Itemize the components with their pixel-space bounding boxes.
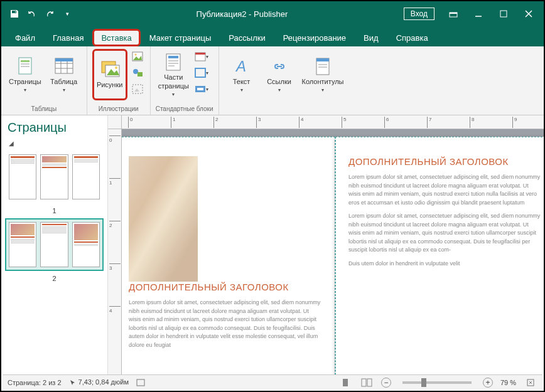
ruler-vertical[interactable]: 01234 — [108, 129, 122, 374]
text-button[interactable]: A Текст ▾ — [224, 49, 259, 100]
pages-button[interactable]: Страницы ▾ — [6, 49, 44, 100]
body-text: Lorem ipsum dolor sit amet, consectetuer… — [348, 212, 542, 255]
svg-point-17 — [115, 66, 117, 69]
page-spread: ДОПОЛНИТЕЛЬНЫЙ ЗАГОЛОВОК Lorem ipsum dol… — [122, 137, 544, 374]
page-parts-label: Части страницы — [158, 73, 189, 90]
table-button[interactable]: Таблица ▾ — [46, 49, 82, 100]
tab-home[interactable]: Главная — [44, 29, 92, 46]
heading-right-1: ДОПОЛНИТЕЛЬНЫЙ ЗАГОЛОВОК — [348, 156, 542, 167]
svg-text:A: A — [235, 58, 246, 75]
svg-rect-13 — [55, 58, 73, 61]
pictures-button[interactable]: Рисунки — [92, 49, 127, 100]
group-illustrations-label: Иллюстрации — [92, 104, 145, 114]
svg-rect-44 — [367, 379, 372, 386]
group-pages: Страницы ▾ Таблица ▾ Таблицы — [1, 46, 87, 115]
svg-point-19 — [134, 54, 136, 56]
maximize-button[interactable] — [492, 5, 515, 23]
ribbon-display-button[interactable] — [442, 5, 465, 23]
thumb-2-label: 2 — [5, 275, 104, 282]
ribbon: Страницы ▾ Таблица ▾ Таблицы Рисунки — [1, 46, 544, 115]
view-spread-button[interactable] — [360, 377, 374, 388]
qat-customize-button[interactable]: ▾ — [60, 7, 74, 21]
tab-help[interactable]: Справка — [387, 29, 437, 46]
svg-rect-41 — [137, 379, 144, 386]
heading-left: ДОПОЛНИТЕЛЬНЫЙ ЗАГОЛОВОК — [129, 282, 322, 292]
close-button[interactable] — [517, 5, 540, 23]
zoom-in-button[interactable]: + — [483, 378, 493, 388]
page-icon — [15, 56, 35, 77]
svg-point-21 — [133, 69, 138, 74]
zoom-fit-button[interactable] — [524, 377, 537, 388]
zoom-slider[interactable] — [402, 381, 472, 384]
pages-label: Страницы — [9, 78, 41, 86]
tab-file[interactable]: Файл — [6, 29, 44, 46]
tab-view[interactable]: Вид — [355, 29, 387, 46]
canvas[interactable]: ДОПОЛНИТЕЛЬНЫЙ ЗАГОЛОВОК Lorem ipsum dol… — [122, 129, 544, 374]
text-icon: A — [232, 56, 252, 77]
signin-button[interactable]: Вход — [404, 8, 434, 20]
group-blocks: Части страницы ▾ ▾ ▾ ▾ Стандартные блоки — [151, 46, 219, 115]
tab-insert[interactable]: Вставка — [92, 29, 140, 46]
svg-rect-40 — [318, 66, 327, 68]
quick-access-toolbar: ▾ — [1, 7, 80, 21]
collapse-arrow-icon[interactable]: ◢ — [5, 140, 104, 147]
pictures-label: Рисунки — [97, 81, 123, 89]
minimize-button[interactable] — [467, 5, 490, 23]
body-text: Lorem ipsum dolor sit amet, consectetuer… — [129, 299, 322, 349]
shapes-button[interactable] — [130, 65, 145, 80]
svg-rect-5 — [21, 60, 30, 62]
svg-rect-3 — [500, 11, 507, 17]
svg-rect-31 — [195, 53, 205, 55]
links-button[interactable]: Ссылки ▾ — [262, 49, 297, 100]
save-button[interactable] — [8, 7, 21, 21]
tab-layout[interactable]: Макет страницы — [141, 29, 220, 46]
links-icon — [269, 56, 289, 77]
svg-rect-26 — [168, 56, 178, 58]
thumb-1-label: 1 — [5, 207, 104, 215]
ruler-horizontal[interactable]: 0123456789 — [122, 115, 544, 129]
undo-button[interactable] — [25, 7, 39, 21]
advertisements-button[interactable]: ▾ — [194, 82, 209, 97]
statusbar: Страница: 2 из 2 7,43; 0,84 дюйм − + 79 … — [3, 374, 542, 389]
links-label: Ссылки — [267, 78, 291, 86]
svg-rect-7 — [21, 66, 30, 67]
cursor-position: 7,43; 0,84 дюйм — [69, 378, 129, 386]
group-illustrations: Рисунки Иллюстрации — [87, 46, 151, 115]
view-single-button[interactable] — [338, 377, 352, 388]
page-parts-icon — [163, 52, 183, 72]
tab-mailings[interactable]: Рассылки — [220, 29, 274, 46]
page-left[interactable]: ДОПОЛНИТЕЛЬНЫЙ ЗАГОЛОВОК Lorem ipsum dol… — [122, 137, 335, 374]
svg-rect-34 — [197, 88, 203, 90]
header-footer-button[interactable]: Колонтитулы ▾ — [299, 49, 347, 100]
svg-rect-6 — [21, 63, 30, 65]
svg-rect-28 — [168, 63, 178, 64]
zoom-out-button[interactable]: − — [381, 378, 391, 388]
svg-rect-32 — [195, 68, 205, 77]
redo-button[interactable] — [43, 7, 57, 21]
svg-rect-43 — [362, 379, 366, 386]
svg-rect-39 — [318, 64, 327, 65]
calendars-button[interactable]: ▾ — [194, 49, 209, 64]
page-parts-button[interactable]: Части страницы ▾ — [156, 49, 192, 100]
page-indicator[interactable]: Страница: 2 из 2 — [8, 379, 62, 386]
body-text: Lorem ipsum dolor sit amet, consectetuer… — [348, 173, 542, 207]
object-size-icon — [136, 379, 145, 386]
page-right[interactable]: ДОПОЛНИТЕЛЬНЫЙ ЗАГОЛОВОК Lorem ipsum dol… — [335, 137, 544, 374]
canvas-area: 0123456789 01234 ДОПОЛНИТЕЛЬНЫЙ ЗАГОЛОВО… — [108, 115, 544, 374]
header-footer-icon — [313, 56, 333, 77]
page-thumb-1[interactable] — [5, 151, 104, 203]
titlebar: ▾ Публикация2 - Publisher Вход — [1, 1, 544, 26]
zoom-level[interactable]: 79 % — [500, 379, 516, 386]
header-footer-label: Колонтитулы — [302, 78, 344, 86]
ruler-corner — [108, 115, 122, 129]
pages-panel-title: Страницы — [5, 119, 104, 140]
tab-review[interactable]: Рецензирование — [274, 29, 355, 46]
content-image — [129, 156, 198, 282]
svg-rect-42 — [343, 379, 348, 386]
online-pictures-button[interactable] — [130, 49, 145, 64]
picture-placeholder-button[interactable] — [130, 82, 145, 97]
svg-rect-27 — [168, 60, 178, 61]
borders-button[interactable]: ▾ — [194, 65, 209, 80]
page-thumb-2[interactable] — [5, 218, 104, 271]
pictures-icon — [100, 60, 120, 80]
